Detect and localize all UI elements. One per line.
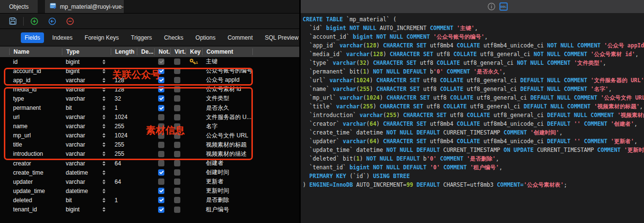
row-gutter[interactable]	[0, 94, 9, 103]
virtual-checkbox[interactable]	[174, 142, 180, 148]
not-null-checkbox[interactable]	[158, 105, 164, 111]
virtual-checkbox[interactable]	[174, 77, 180, 83]
field-decimals-cell[interactable]	[137, 57, 154, 66]
type-stepper[interactable]	[102, 198, 105, 203]
type-stepper[interactable]	[102, 189, 105, 193]
table-row[interactable]: permanentbit1是否永久	[0, 103, 299, 112]
row-gutter[interactable]	[0, 186, 9, 195]
field-decimals-cell[interactable]	[137, 75, 154, 85]
field-name-cell[interactable]: id	[9, 57, 62, 66]
field-decimals-cell[interactable]	[137, 205, 154, 214]
virtual-checkbox[interactable]	[174, 178, 180, 185]
field-key-cell[interactable]	[186, 205, 202, 214]
row-gutter[interactable]	[0, 122, 9, 131]
type-stepper[interactable]	[102, 115, 105, 119]
table-row[interactable]: account_idbigint公众号账号的编号	[0, 66, 299, 75]
row-gutter[interactable]	[0, 113, 9, 122]
not-null-checkbox[interactable]	[158, 86, 164, 92]
field-comment-cell[interactable]: 租户编号	[202, 205, 299, 214]
field-length-cell[interactable]: 128	[111, 75, 137, 85]
field-name-cell[interactable]: app_id	[9, 75, 62, 85]
field-name-cell[interactable]: account_id	[9, 66, 62, 75]
row-gutter[interactable]	[0, 149, 9, 159]
field-length-cell[interactable]	[111, 66, 137, 75]
column-header-name[interactable]: Name	[9, 48, 62, 55]
field-name-cell[interactable]: media_id	[9, 85, 62, 94]
field-key-cell[interactable]	[186, 149, 202, 159]
field-key-cell[interactable]	[186, 75, 202, 85]
column-header-not-null[interactable]: Not...	[154, 48, 170, 55]
column-header-comment[interactable]: Comment	[202, 48, 252, 55]
field-type-cell[interactable]: bigint	[62, 205, 111, 214]
field-key-cell[interactable]	[186, 195, 202, 205]
type-stepper[interactable]	[102, 207, 105, 212]
virtual-checkbox[interactable]	[174, 169, 180, 176]
not-null-checkbox[interactable]	[158, 68, 164, 74]
field-decimals-cell[interactable]	[137, 195, 154, 205]
table-row[interactable]: introductionvarchar255视频素材的描述	[0, 149, 299, 159]
type-stepper[interactable]	[102, 170, 105, 175]
type-stepper[interactable]	[102, 96, 105, 101]
virtual-checkbox[interactable]	[174, 133, 180, 139]
field-name-cell[interactable]: name	[9, 122, 62, 131]
tab-mp-material[interactable]: mp_material@ruoyi-vue-...	[45, 0, 124, 13]
not-null-checkbox[interactable]	[158, 197, 164, 203]
field-key-cell[interactable]: 1	[186, 57, 202, 66]
table-row[interactable]: create_timedatetime创建时间	[0, 168, 299, 177]
field-name-cell[interactable]: title	[9, 140, 62, 149]
type-stepper[interactable]	[102, 105, 105, 110]
field-name-cell[interactable]: creator	[9, 159, 62, 168]
virtual-checkbox[interactable]	[174, 105, 180, 111]
field-name-cell[interactable]: url	[9, 113, 62, 122]
field-decimals-cell[interactable]	[137, 113, 154, 122]
subtab-checks[interactable]: Checks	[160, 32, 187, 43]
field-comment-cell[interactable]: 视频素材的描述	[202, 149, 299, 159]
row-gutter[interactable]	[0, 57, 9, 66]
field-comment-cell[interactable]: 公众号账号的编号	[202, 66, 299, 75]
field-type-cell[interactable]: varchar	[62, 94, 111, 103]
field-name-cell[interactable]: type	[9, 94, 62, 103]
field-key-cell[interactable]	[186, 85, 202, 94]
field-comment-cell[interactable]: 文件服务器的 U...	[202, 113, 299, 122]
not-null-checkbox[interactable]	[158, 151, 164, 157]
field-length-cell[interactable]: 1	[111, 103, 137, 112]
virtual-checkbox[interactable]	[174, 68, 180, 74]
field-length-cell[interactable]	[111, 186, 137, 195]
not-null-checkbox[interactable]	[158, 77, 164, 83]
ddl-icon[interactable]: DDL	[499, 2, 508, 11]
sql-code[interactable]: CREATE TABLE `mp_material` ( `id` bigint…	[301, 13, 644, 189]
table-row[interactable]: mp_urlvarchar1024公众号文件 URL	[0, 131, 299, 140]
type-stepper[interactable]	[102, 78, 105, 83]
field-length-cell[interactable]: 1024	[111, 131, 137, 140]
subtab-fields[interactable]: Fields	[21, 32, 44, 43]
table-row[interactable]: update_timedatetime更新时间	[0, 186, 299, 195]
field-type-cell[interactable]: varchar	[62, 131, 111, 140]
row-gutter[interactable]	[0, 103, 9, 112]
field-name-cell[interactable]: permanent	[9, 103, 62, 112]
not-null-checkbox[interactable]	[158, 114, 164, 120]
field-key-cell[interactable]	[186, 131, 202, 140]
field-decimals-cell[interactable]	[137, 177, 154, 186]
row-gutter[interactable]	[0, 85, 9, 94]
field-name-cell[interactable]: introduction	[9, 149, 62, 159]
not-null-checkbox[interactable]	[158, 160, 164, 166]
row-gutter[interactable]	[0, 177, 9, 186]
subtab-sql-preview[interactable]: SQL Preview	[261, 32, 303, 43]
field-comment-cell[interactable]: 名字	[202, 122, 299, 131]
field-decimals-cell[interactable]	[137, 168, 154, 177]
field-key-cell[interactable]	[186, 168, 202, 177]
table-row[interactable]: namevarchar255名字	[0, 122, 299, 131]
field-type-cell[interactable]: varchar	[62, 159, 111, 168]
table-row[interactable]: deletedbit1是否删除	[0, 195, 299, 205]
field-type-cell[interactable]: varchar	[62, 149, 111, 159]
type-stepper[interactable]	[102, 179, 105, 184]
field-comment-cell[interactable]: 是否永久	[202, 103, 299, 112]
field-key-cell[interactable]	[186, 94, 202, 103]
type-stepper[interactable]	[102, 142, 105, 147]
field-decimals-cell[interactable]	[137, 66, 154, 75]
row-gutter[interactable]	[0, 131, 9, 140]
field-key-cell[interactable]	[186, 140, 202, 149]
field-type-cell[interactable]: bit	[62, 195, 111, 205]
field-length-cell[interactable]: 128	[111, 85, 137, 94]
tab-objects[interactable]: Objects	[0, 0, 38, 13]
